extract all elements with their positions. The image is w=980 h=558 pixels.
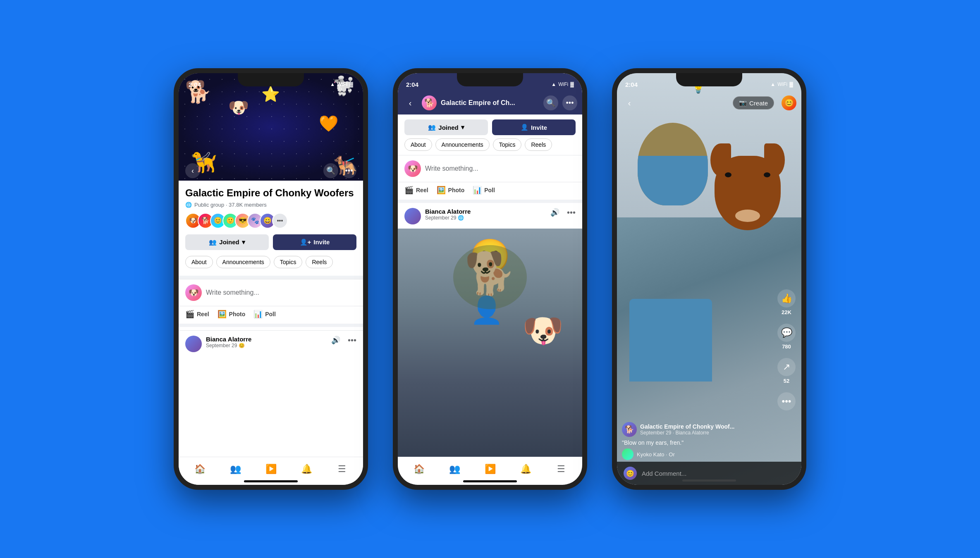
notch-3 [676,73,742,86]
joined-button-1[interactable]: 👥 Joined ▾ [185,234,269,250]
video-icon-2: ▶️ [485,464,496,475]
bottom-nav-1: 🏠 👥 ▶️ 🔔 ☰ [179,457,363,485]
reel-comment-preview-3: Kyoko Kato · Or [622,448,772,460]
add-comment-input-3[interactable]: Add Comment... [642,470,795,477]
write-placeholder-2[interactable]: Write something... [425,165,576,172]
joined-chevron-2: ▾ [461,124,464,131]
bell-icon-2: 🔔 [520,464,531,475]
post-avatar-2 [404,208,421,224]
sound-icon-2[interactable]: 🔊 [550,208,559,217]
invite-button-2[interactable]: 👤 Invite [492,119,576,135]
battery-icon-2: ▓ [570,81,574,87]
reel-action-1[interactable]: 🎬 Reel [185,310,209,319]
menu-icon-2: ☰ [557,464,565,475]
post-avatar-1 [185,336,202,352]
invite-label-2: Invite [531,124,547,131]
poll-label-1: Poll [265,311,276,317]
signal-icon-2: ▲ [551,81,556,87]
tab-topics-2[interactable]: Topics [493,138,522,151]
reel-comment-bar-3: 😊 Add Comment... [617,462,801,485]
divider-2 [179,324,363,327]
write-box-1: 🐶 Write something... [179,279,363,306]
tab-topics-1[interactable]: Topics [274,256,303,268]
invite-label-1: Invite [313,238,330,246]
tab-reels-2[interactable]: Reels [525,138,552,151]
nav-bell-1[interactable]: 🔔 [289,459,324,479]
nav-home-2[interactable]: 🏠 [401,459,437,479]
reel-icon-1: 🎬 [185,310,194,319]
joined-button-2[interactable]: 👥 Joined ▾ [404,119,488,135]
create-label-3: Create [749,100,768,107]
nav-groups-1[interactable]: 👥 [218,459,253,479]
reel-action-2[interactable]: 🎬 Reel [404,186,428,195]
back-button-2[interactable]: ‹ [403,95,418,110]
post-header-2: Bianca Alatorre September 29 🌐 🔊 ••• [404,208,576,224]
cover-image: 🐕 🐩 🐶 🦮 🐕‍🦺 🧡 ⭐ 2:04 ▲ WiFi ▓ [179,73,363,181]
post-date-2: September 29 🌐 [425,215,546,221]
tab-about-2[interactable]: About [404,138,432,151]
tab-announcements-1[interactable]: Announcements [216,256,270,268]
battery-icon: ▓ [349,81,353,87]
like-action-3[interactable]: 👍 22K [777,289,796,315]
groups-icon-1: 👥 [230,464,241,475]
search-button-2[interactable]: 🔍 [543,95,558,110]
group-meta-text-1: Public group · 37.8K members [194,202,267,208]
globe-icon-1: 🌐 [185,202,192,208]
tab-announcements-2[interactable]: Announcements [435,138,490,151]
sound-icon-1[interactable]: 🔊 [331,336,340,345]
groups-icon-2: 👥 [449,464,460,475]
post-menu-1[interactable]: ••• [348,336,356,345]
share-action-3[interactable]: ↗ 52 [777,358,796,384]
reel-commenter-avatar-3 [622,448,633,460]
comment-action-3[interactable]: 💬 780 [777,324,796,350]
reel-group-text-3: Galactic Empire of Chonky Woof... Septem… [640,423,734,436]
phone-3: 2:04 ▲ WiFi ▓ ‹ 📷 Create 😊 [612,68,806,490]
video-content-2: 😶 🐕 👤 🐶 [398,229,582,485]
nav-groups-2[interactable]: 👥 [437,459,472,479]
nav-menu-2[interactable]: ☰ [543,459,579,479]
post-header-1: Bianca Alatorre September 29 😊 🔊 ••• [185,336,356,352]
search-button-1[interactable]: 🔍 [323,163,338,178]
like-count-3: 22K [782,309,791,315]
home-indicator-1 [244,480,298,482]
phone3-content: 2:04 ▲ WiFi ▓ ‹ 📷 Create 😊 [617,73,801,485]
create-button-3[interactable]: 📷 Create [733,96,774,110]
person-shirt [629,299,712,382]
signal-icon-3: ▲ [770,81,775,87]
post-preview-1: Bianca Alatorre September 29 😊 🔊 ••• [179,330,363,356]
reel-actions-3: 👍 22K 💬 780 ↗ 52 ••• [777,289,796,410]
nav-video-2[interactable]: ▶️ [472,459,508,479]
write-placeholder-1[interactable]: Write something... [206,289,356,296]
more-action-3[interactable]: ••• [777,392,796,410]
nav-video-1[interactable]: ▶️ [253,459,289,479]
reel-bottom-3: 🐕 Galactic Empire of Chonky Woof... Sept… [622,422,772,460]
nav-menu-1[interactable]: ☰ [324,459,360,479]
tab-reels-1[interactable]: Reels [306,256,333,268]
dog-large [715,156,793,259]
poll-action-2[interactable]: 📊 Poll [473,186,495,195]
tab-about-1[interactable]: About [185,256,213,268]
notch-1 [238,73,304,86]
reel-group-meta-3: September 29 · Bianca Alatorre [640,430,734,436]
back-button-1[interactable]: ‹ [185,163,200,178]
tabs-2: About Announcements Topics Reels [398,138,582,155]
nav-bell-2[interactable]: 🔔 [508,459,543,479]
dog-snout [735,210,760,222]
invite-button-1[interactable]: 👤+ Invite [273,234,356,250]
back-button-3[interactable]: ‹ [622,95,637,110]
status-time-3: 2:04 [625,81,638,88]
reel-caption-3: "Blow on my ears, fren." [622,439,772,446]
write-box-2: 🐶 Write something... [398,155,582,182]
invite-icon-2: 👤 [521,124,528,131]
photo-icon-1: 🖼️ [218,310,227,319]
nav-home-1[interactable]: 🏠 [182,459,218,479]
post-date-1: September 29 😊 [206,343,327,348]
poll-action-1[interactable]: 📊 Poll [253,310,276,319]
more-button-2[interactable]: ••• [562,95,577,110]
divider-3 [398,200,582,203]
photo-action-1[interactable]: 🖼️ Photo [218,310,246,319]
poll-label-2: Poll [484,187,495,193]
more-button-1[interactable]: ••• [342,163,356,178]
photo-action-2[interactable]: 🖼️ Photo [437,186,465,195]
post-menu-2[interactable]: ••• [567,208,576,217]
